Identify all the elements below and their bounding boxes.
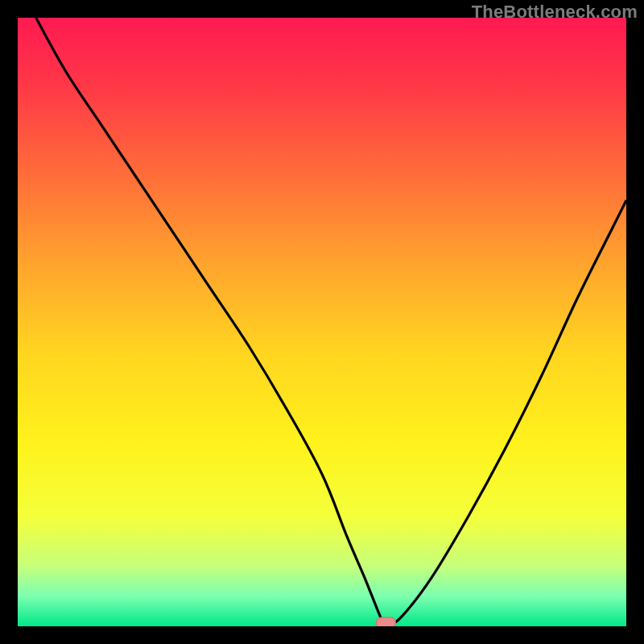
- plot-area: [18, 18, 626, 626]
- optimal-marker: [376, 617, 395, 626]
- chart-svg: [18, 18, 626, 626]
- chart-frame: TheBottleneck.com: [0, 0, 644, 644]
- gradient-background: [18, 18, 626, 626]
